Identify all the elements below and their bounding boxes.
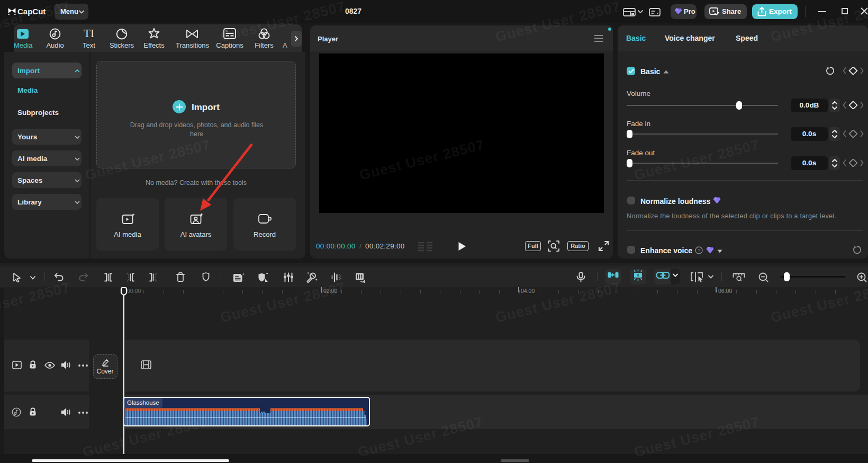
- svg-text:?: ?: [698, 248, 700, 253]
